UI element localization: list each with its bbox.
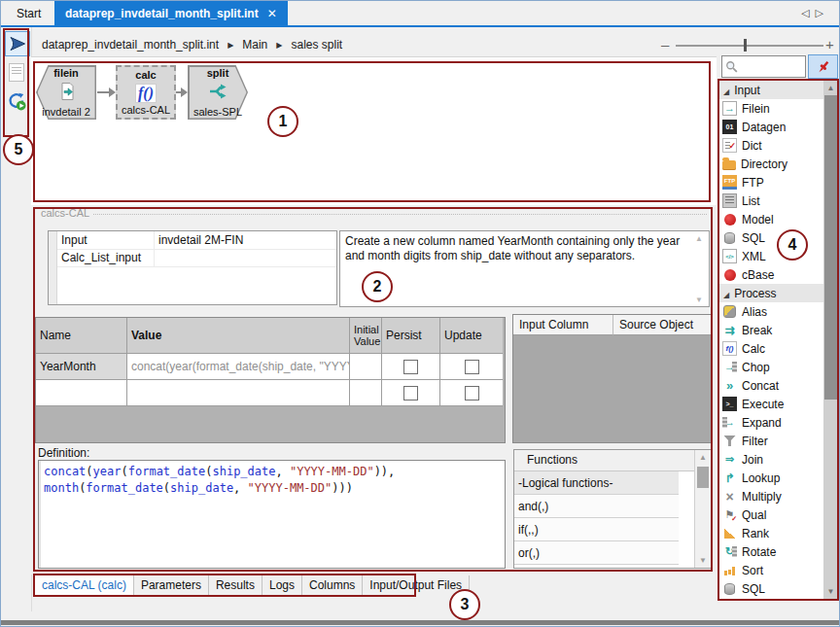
update-checkbox[interactable] [465, 386, 479, 401]
search-input[interactable] [742, 59, 804, 75]
palette-item-multiply[interactable]: Multiply [719, 487, 823, 505]
definition-label: Definition: [38, 446, 89, 460]
bottom-tab-columns[interactable]: Columns [302, 575, 363, 595]
zoom-out-button[interactable]: – [661, 36, 669, 52]
pin-palette-button[interactable] [808, 54, 838, 79]
breadcrumb-separator-icon: ▶ [276, 41, 282, 50]
zoom-slider-thumb[interactable] [744, 39, 747, 52]
palette-item-label: Calc [742, 342, 765, 356]
palette-item-rotate[interactable]: Rotate [719, 542, 823, 561]
palette-item-directory[interactable]: Directory [719, 155, 823, 173]
column-header-input-column[interactable]: Input Column [513, 315, 613, 335]
tab-scroll-arrows[interactable]: ◁▷ [801, 7, 829, 19]
scroll-down-icon[interactable]: ▼ [695, 296, 703, 304]
persist-checkbox[interactable] [403, 360, 418, 374]
palette-item-datagen[interactable]: Datagen [719, 118, 823, 136]
expander-icon [723, 84, 729, 97]
bottom-tab-calcs-cal-calc-[interactable]: calcs-CAL (calc) [35, 575, 134, 595]
column-header-initial-value[interactable]: Initial Value [350, 318, 382, 354]
scroll-down-icon[interactable]: ▼ [823, 587, 838, 596]
cell-value[interactable] [127, 380, 350, 406]
palette-scrollbar[interactable]: ▲ ▼ [823, 81, 838, 599]
breadcrumb-item-main[interactable]: Main [242, 38, 267, 52]
palette-item-ftp[interactable]: FTP [719, 173, 823, 192]
palette-item-alias[interactable]: Alias [719, 302, 823, 321]
cell-name[interactable] [36, 380, 127, 406]
palette-section-process[interactable]: Process [719, 284, 823, 302]
palette-item-concat[interactable]: Concat [719, 376, 823, 395]
scrollbar-thumb[interactable] [824, 95, 837, 400]
scroll-up-icon[interactable]: ▲ [823, 84, 838, 92]
palette-item-rank[interactable]: Rank [719, 524, 823, 542]
node-filein[interactable]: filein invdetail 2 [36, 65, 96, 120]
palette-search[interactable] [721, 55, 806, 78]
palette-item-calc[interactable]: Calc [719, 339, 823, 358]
close-tab-icon[interactable]: ✕ [267, 7, 277, 20]
palette-item-sort[interactable]: Sort [719, 561, 823, 579]
function-list-item[interactable]: if(,,) [514, 518, 679, 541]
palette-item-chop[interactable]: Chop [719, 358, 823, 376]
scroll-up-icon[interactable]: ▲ [695, 453, 711, 462]
column-header-source-object[interactable]: Source Object [613, 315, 711, 335]
cell-name[interactable]: YearMonth [36, 354, 127, 380]
breadcrumb-item-file[interactable]: dataprep_invdetail_month_split.int [42, 38, 219, 52]
palette-item-expand[interactable]: Expand [719, 413, 823, 432]
palette-item-break[interactable]: Break [719, 321, 823, 339]
node-split[interactable]: split sales-SPL [188, 65, 248, 120]
input-value-cell[interactable]: invdetail 2M-FIN [155, 231, 336, 249]
description-textarea[interactable]: Create a new column named YearMonth cont… [339, 230, 710, 307]
palette-item-filter[interactable]: Filter [719, 432, 823, 450]
palette-item-join[interactable]: Join [719, 450, 823, 469]
grid-row [36, 380, 505, 406]
scrollbar-thumb[interactable] [697, 467, 709, 488]
palette-item-xml[interactable]: XML [719, 247, 823, 265]
workflow-run-icon[interactable] [5, 31, 30, 56]
column-header-value[interactable]: Value [127, 318, 350, 354]
column-header-update[interactable]: Update [440, 318, 503, 354]
concat-icon [722, 378, 737, 393]
node-input-table[interactable]: Input invdetail 2M-FIN Calc_List_input [48, 230, 337, 305]
palette-item-execute[interactable]: Execute [719, 395, 823, 413]
cell-initial-value[interactable] [350, 354, 382, 380]
schedule-run-icon[interactable] [5, 89, 28, 113]
palette-section-input[interactable]: Input [719, 81, 823, 99]
palette-item-filein[interactable]: Filein [719, 99, 823, 118]
callout-3: 3 [449, 589, 480, 620]
bottom-tab-parameters[interactable]: Parameters [134, 575, 209, 595]
tab-start[interactable]: Start [5, 3, 52, 25]
break-icon [722, 323, 737, 337]
breadcrumb-item-sales-split[interactable]: sales split [291, 38, 342, 52]
tab-active-document[interactable]: dataprep_invdetail_month_split.int ✕ [54, 1, 288, 25]
function-list-item[interactable]: not() [514, 565, 679, 569]
update-checkbox[interactable] [465, 360, 479, 374]
function-list-item[interactable]: and(,) [514, 495, 679, 518]
palette-item-dict[interactable]: Dict [719, 136, 823, 155]
function-list-item[interactable]: or(,) [514, 541, 679, 565]
persist-checkbox[interactable] [403, 386, 418, 401]
functions-scrollbar[interactable]: ▲ ▼ [694, 450, 711, 568]
palette-item-cbase[interactable]: cBase [719, 265, 823, 284]
ftp-icon [722, 175, 737, 190]
list-icon [722, 193, 737, 208]
zoom-slider-track[interactable] [676, 45, 823, 47]
palette-item-sql[interactable]: SQL [719, 579, 823, 598]
column-header-persist[interactable]: Persist [382, 318, 440, 354]
column-header-name[interactable]: Name [36, 318, 127, 354]
input-value-cell[interactable] [155, 249, 336, 266]
scroll-down-icon[interactable]: ▼ [695, 556, 711, 565]
palette-item-qual[interactable]: Qual [719, 505, 823, 524]
cell-value[interactable]: concat(year(format_date(ship_date, "YYYY… [127, 354, 350, 380]
node-calc-selected[interactable]: calc f() calcs-CAL [116, 65, 176, 120]
zoom-in-button[interactable]: + [825, 36, 834, 52]
report-icon[interactable] [5, 60, 28, 84]
function-list-item[interactable]: -Logical functions- [514, 471, 679, 495]
palette-item-list[interactable]: List [719, 192, 823, 210]
cell-initial-value[interactable] [350, 380, 382, 406]
palette-item-lookup[interactable]: Lookup [719, 469, 823, 487]
definition-code-editor[interactable]: concat(year(format_date(ship_date, "YYYY… [38, 460, 506, 569]
input-column-mapping-table[interactable]: Input Column Source Object [512, 314, 712, 443]
bottom-tab-results[interactable]: Results [209, 575, 262, 595]
palette-item-model[interactable]: Model [719, 210, 823, 228]
scroll-up-icon[interactable]: ▲ [695, 234, 703, 243]
bottom-tab-logs[interactable]: Logs [262, 575, 302, 595]
